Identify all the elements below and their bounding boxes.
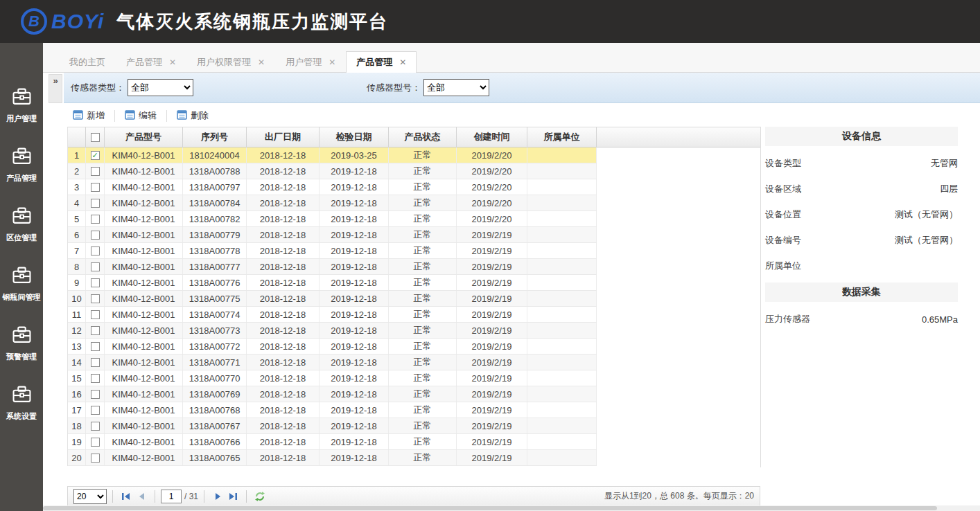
refresh-icon[interactable] [252,489,268,504]
tab-用户权限管理[interactable]: 用户权限管理✕ [186,51,275,72]
row-checkbox[interactable] [86,227,105,242]
select-all-checkbox[interactable] [86,127,105,147]
cell-status: 正常 [389,355,457,370]
table-row[interactable]: 11KIM40-12-B0011318A007742018-12-182019-… [68,307,597,323]
cell-inspection-date: 2019-12-18 [320,195,389,210]
row-checkbox[interactable] [86,259,105,274]
row-checkbox[interactable]: ✓ [86,147,105,163]
scrollbar-thumb[interactable] [43,506,937,510]
delete-button[interactable]: 删除 [171,107,214,124]
table-row[interactable]: 20KIM40-12-B0011318A007652018-12-182019-… [68,450,597,466]
sidebar-item-产品管理[interactable]: 产品管理 [0,136,43,195]
cell-inspection-date: 2019-12-18 [320,355,389,370]
row-checkbox[interactable] [86,275,105,290]
add-button[interactable]: 新增 [67,107,110,124]
row-checkbox[interactable] [86,370,105,386]
last-page-button[interactable] [225,489,240,504]
row-checkbox[interactable] [86,163,105,179]
row-checkbox[interactable] [86,386,105,402]
tab-产品管理[interactable]: 产品管理✕ [346,51,417,73]
tab-用户管理[interactable]: 用户管理✕ [275,51,346,72]
column-header-创建时间[interactable]: 创建时间 [457,127,527,147]
row-checkbox[interactable] [86,307,105,322]
cell-unit [527,211,597,226]
sensor-model-label: 传感器型号： [367,82,421,94]
table-row[interactable]: 16KIM40-12-B0011318A007692018-12-182019-… [68,386,597,402]
device-field-所属单位: 所属单位 [765,253,958,278]
row-checkbox[interactable] [86,179,105,195]
row-checkbox[interactable] [86,355,105,370]
field-label: 设备类型 [765,157,801,170]
row-checkbox[interactable] [86,339,105,354]
column-header-所属单位[interactable]: 所属单位 [527,127,597,147]
table-row[interactable]: 13KIM40-12-B0011318A007722018-12-182019-… [68,339,597,355]
cell-mfg-date: 2018-12-18 [247,434,320,449]
horizontal-scrollbar[interactable] [43,505,980,511]
prev-page-button[interactable] [134,489,149,504]
row-checkbox[interactable] [86,402,105,418]
cell-serial: 1318A00776 [183,275,247,290]
table-row[interactable]: 2KIM40-12-B0011318A007882018-12-182019-1… [68,163,597,179]
row-checkbox[interactable] [86,323,105,338]
cell-status: 正常 [389,307,457,322]
table-row[interactable]: 8KIM40-12-B0011318A007772018-12-182019-1… [68,259,597,275]
table-row[interactable]: 18KIM40-12-B0011318A007672018-12-182019-… [68,418,597,434]
tab-close-icon[interactable]: ✕ [329,57,335,67]
sidebar-item-钢瓶间管理[interactable]: 钢瓶间管理 [0,255,43,314]
row-checkbox[interactable] [86,243,105,258]
row-checkbox[interactable] [86,195,105,210]
table-row[interactable]: 3KIM40-12-B0011318A007972018-12-182019-1… [68,179,597,195]
first-page-button[interactable] [119,489,134,504]
table-row[interactable]: 10KIM40-12-B0011318A007752018-12-182019-… [68,291,597,307]
table-row[interactable]: 1✓KIM40-12-B00118102400042018-12-182019-… [68,147,597,163]
table-row[interactable]: 15KIM40-12-B0011318A007702018-12-182019-… [68,370,597,386]
table-row[interactable]: 9KIM40-12-B0011318A007762018-12-182019-1… [68,275,597,291]
sensor-model-select[interactable]: 全部 [423,79,489,96]
total-pages-label: / 31 [184,492,198,501]
column-header-检验日期[interactable]: 检验日期 [320,127,389,147]
column-header-出厂日期[interactable]: 出厂日期 [247,127,320,147]
cell-mfg-date: 2018-12-18 [247,163,320,179]
row-checkbox[interactable] [86,434,105,449]
table-row[interactable]: 7KIM40-12-B0011318A007782018-12-182019-1… [68,243,597,259]
table-row[interactable]: 12KIM40-12-B0011318A007732018-12-182019-… [68,323,597,339]
cell-unit [527,418,597,433]
cell-inspection-date: 2019-12-18 [320,434,389,449]
tab-close-icon[interactable]: ✕ [399,57,406,67]
row-checkbox[interactable] [86,291,105,306]
tab-close-icon[interactable]: ✕ [258,57,265,67]
cell-product-model: KIM40-12-B001 [105,370,183,386]
tab-我的主页[interactable]: 我的主页 [59,51,116,72]
tab-产品管理[interactable]: 产品管理✕ [116,51,186,72]
column-header-产品型号[interactable]: 产品型号 [105,127,183,147]
row-checkbox[interactable] [86,450,105,465]
page-number-input[interactable] [161,490,182,503]
cell-serial: 1318A00779 [183,227,247,242]
briefcase-icon [12,267,31,287]
table-row[interactable]: 4KIM40-12-B0011318A007842018-12-182019-1… [68,195,597,211]
pagination-divider [112,490,113,503]
sidebar-item-区位管理[interactable]: 区位管理 [0,195,43,255]
column-header-产品状态[interactable]: 产品状态 [389,127,457,147]
row-checkbox[interactable] [86,418,105,433]
next-page-button[interactable] [210,489,225,504]
cell-created: 2019/2/19 [457,291,527,306]
edit-button[interactable]: 编辑 [119,107,162,124]
sidebar-item-系统设置[interactable]: 系统设置 [0,374,43,433]
page-size-select[interactable]: 20 [73,489,107,504]
row-checkbox[interactable] [86,211,105,226]
sensor-type-select[interactable]: 全部 [128,79,193,96]
briefcase-icon [12,326,31,346]
sidebar-item-用户管理[interactable]: 用户管理 [0,76,43,136]
cell-status: 正常 [389,339,457,354]
collapse-panel-button[interactable]: » [49,74,62,103]
sidebar-item-预警管理[interactable]: 预警管理 [0,314,43,374]
table-row[interactable]: 17KIM40-12-B0011318A007682018-12-182019-… [68,402,597,418]
table-row[interactable]: 6KIM40-12-B0011318A007792018-12-182019-1… [68,227,597,243]
column-header-序列号[interactable]: 序列号 [183,127,247,147]
table-row[interactable]: 5KIM40-12-B0011318A007822018-12-182019-1… [68,211,597,227]
tab-close-icon[interactable]: ✕ [169,57,176,67]
cell-inspection-date: 2019-12-18 [320,227,389,242]
table-row[interactable]: 19KIM40-12-B0011318A007662018-12-182019-… [68,434,597,450]
table-row[interactable]: 14KIM40-12-B0011318A007712018-12-182019-… [68,355,597,370]
